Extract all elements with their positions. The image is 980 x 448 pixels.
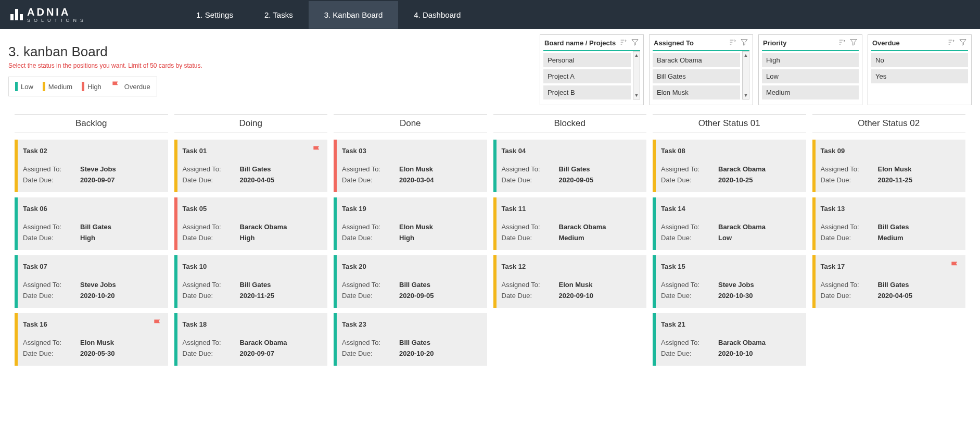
assigned-value: Elon Musk — [80, 339, 114, 346]
assigned-label: Assigned To: — [342, 223, 399, 231]
assigned-value: Elon Musk — [399, 165, 433, 173]
kanban-card[interactable]: Task 15Assigned To:Steve JobsDate Due:20… — [653, 255, 806, 308]
due-label: Date Due: — [183, 350, 240, 357]
assigned-value: Elon Musk — [399, 223, 433, 231]
due-label: Date Due: — [821, 292, 878, 300]
kanban-card[interactable]: Task 03Assigned To:Elon MuskDate Due:202… — [334, 140, 487, 192]
kanban-card[interactable]: Task 12Assigned To:Elon MuskDate Due:202… — [493, 255, 647, 308]
due-value: 2020-04-05 — [240, 176, 275, 184]
page-subtitle: Select the status in the positions you w… — [8, 62, 383, 69]
assigned-label: Assigned To: — [183, 281, 240, 289]
nav-tab-0[interactable]: 1. Settings — [181, 1, 249, 29]
card-title: Task 05 — [183, 205, 322, 213]
due-value: High — [80, 234, 95, 242]
filter-option[interactable]: Low — [762, 69, 859, 83]
assigned-value: Steve Jobs — [80, 281, 116, 289]
filter-option[interactable]: Barack Obama — [653, 53, 740, 67]
kanban-card[interactable]: Task 23Assigned To:Bill GatesDate Due:20… — [334, 313, 487, 366]
kanban-card[interactable]: Task 14Assigned To:Barack ObamaDate Due:… — [653, 197, 806, 250]
kanban-card[interactable]: Task 11Assigned To:Barack ObamaDate Due:… — [493, 197, 647, 250]
due-value: High — [240, 234, 255, 242]
scroll-down-icon[interactable]: ▼ — [634, 92, 639, 99]
filter-option[interactable]: Yes — [871, 69, 968, 83]
assigned-value: Elon Musk — [559, 281, 593, 289]
due-label: Date Due: — [342, 292, 399, 300]
card-title: Task 17 — [821, 263, 960, 270]
filter-option[interactable]: Project A — [543, 69, 631, 83]
nav-links: 1. Settings2. Tasks3. Kanban Board4. Das… — [181, 1, 476, 29]
kanban-card[interactable]: Task 10Assigned To:Bill GatesDate Due:20… — [174, 255, 328, 308]
assigned-value: Bill Gates — [240, 281, 271, 289]
column-header[interactable]: Other Status 02 — [812, 115, 966, 132]
kanban-card[interactable]: Task 18Assigned To:Barack ObamaDate Due:… — [174, 313, 328, 366]
nav-tab-1[interactable]: 2. Tasks — [249, 1, 309, 29]
assigned-value: Steve Jobs — [718, 281, 754, 289]
assigned-label: Assigned To: — [821, 165, 878, 173]
due-value: 2020-09-07 — [240, 350, 275, 357]
filter-option[interactable]: High — [762, 53, 859, 67]
filter-icon[interactable] — [631, 38, 639, 48]
filter-icon[interactable] — [959, 38, 967, 48]
filter-option[interactable]: No — [871, 53, 968, 67]
multiselect-icon[interactable] — [729, 38, 737, 48]
due-label: Date Due: — [23, 176, 80, 184]
filter-icon[interactable] — [849, 38, 858, 48]
filter-option[interactable]: Medium — [762, 85, 859, 99]
kanban-card[interactable]: Task 21Assigned To:Barack ObamaDate Due:… — [653, 313, 806, 366]
kanban-card[interactable]: Task 07Assigned To:Steve JobsDate Due:20… — [15, 255, 168, 308]
multiselect-icon[interactable] — [947, 38, 956, 48]
kanban-card[interactable]: Task 17Assigned To:Bill GatesDate Due:20… — [812, 255, 966, 308]
scroll-up-icon[interactable]: ▲ — [634, 52, 639, 59]
kanban-column: BlockedTask 04Assigned To:Bill GatesDate… — [493, 115, 647, 371]
due-label: Date Due: — [502, 292, 559, 300]
priority-stripe — [493, 140, 497, 192]
column-header[interactable]: Done — [334, 115, 487, 132]
page-title: 3. kanban Board — [8, 44, 383, 60]
due-value: 2020-11-25 — [240, 292, 275, 300]
assigned-label: Assigned To: — [502, 281, 559, 289]
multiselect-icon[interactable] — [619, 38, 628, 48]
scrollbar[interactable]: ▲▼ — [742, 51, 749, 99]
priority-stripe — [653, 255, 656, 308]
assigned-value: Bill Gates — [878, 281, 909, 289]
kanban-card[interactable]: Task 16Assigned To:Elon MuskDate Due:202… — [15, 313, 168, 366]
filter-option[interactable]: Elon Musk — [653, 85, 740, 99]
brand-logo: ADNIA SOLUTIONS — [0, 7, 97, 23]
kanban-card[interactable]: Task 02Assigned To:Steve JobsDate Due:20… — [15, 140, 168, 192]
kanban-card[interactable]: Task 04Assigned To:Bill GatesDate Due:20… — [493, 140, 647, 192]
card-title: Task 10 — [183, 263, 322, 270]
filter-3: OverdueNoYes — [868, 34, 972, 105]
filter-option[interactable]: Project B — [543, 85, 631, 99]
column-header[interactable]: Blocked — [493, 115, 647, 132]
assigned-value: Bill Gates — [80, 223, 111, 231]
nav-tab-2[interactable]: 3. Kanban Board — [309, 1, 399, 29]
kanban-card[interactable]: Task 08Assigned To:Barack ObamaDate Due:… — [653, 140, 806, 192]
filter-option[interactable]: Personal — [543, 53, 631, 67]
assigned-label: Assigned To: — [661, 223, 718, 231]
multiselect-icon[interactable] — [838, 38, 846, 48]
nav-tab-3[interactable]: 4. Dashboard — [398, 1, 476, 29]
column-header[interactable]: Other Status 01 — [653, 115, 806, 132]
card-title: Task 02 — [23, 147, 162, 155]
column-header[interactable]: Backlog — [15, 115, 168, 132]
kanban-card[interactable]: Task 20Assigned To:Bill GatesDate Due:20… — [334, 255, 487, 308]
card-title: Task 01 — [183, 147, 322, 155]
scrollbar[interactable]: ▲▼ — [633, 51, 640, 99]
kanban-card[interactable]: Task 09Assigned To:Elon MuskDate Due:202… — [812, 140, 966, 192]
due-value: 2020-10-20 — [399, 350, 434, 357]
priority-stripe — [15, 313, 18, 366]
kanban-card[interactable]: Task 13Assigned To:Bill GatesDate Due:Me… — [812, 197, 966, 250]
priority-stripe — [334, 255, 337, 308]
card-title: Task 11 — [502, 205, 641, 213]
kanban-card[interactable]: Task 06Assigned To:Bill GatesDate Due:Hi… — [15, 197, 168, 250]
filter-icon[interactable] — [740, 38, 748, 48]
column-header[interactable]: Doing — [174, 115, 328, 132]
due-value: 2020-09-05 — [399, 292, 434, 300]
scroll-down-icon[interactable]: ▼ — [744, 92, 748, 99]
scroll-up-icon[interactable]: ▲ — [744, 52, 748, 59]
kanban-card[interactable]: Task 01Assigned To:Bill GatesDate Due:20… — [174, 140, 328, 192]
priority-stripe — [174, 140, 177, 192]
kanban-card[interactable]: Task 05Assigned To:Barack ObamaDate Due:… — [174, 197, 328, 250]
filter-option[interactable]: Bill Gates — [653, 69, 740, 83]
kanban-card[interactable]: Task 19Assigned To:Elon MuskDate Due:Hig… — [334, 197, 487, 250]
